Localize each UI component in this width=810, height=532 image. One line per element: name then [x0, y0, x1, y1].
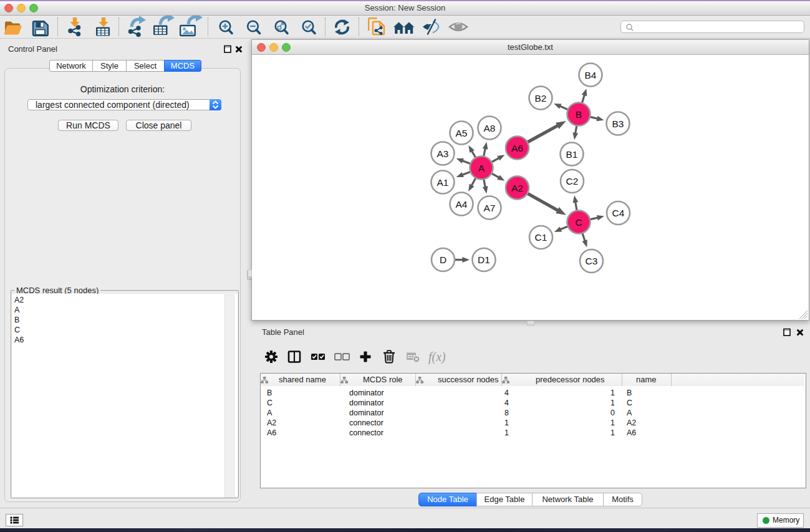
svg-text:A1: A1: [437, 177, 449, 188]
svg-text:B4: B4: [585, 70, 597, 80]
svg-text:A8: A8: [484, 123, 496, 133]
svg-text:D1: D1: [478, 254, 490, 265]
svg-text:C: C: [575, 217, 582, 228]
svg-text:A4: A4: [456, 199, 468, 210]
svg-text:A: A: [478, 163, 485, 173]
svg-text:A2: A2: [511, 183, 523, 193]
svg-text:B3: B3: [612, 118, 624, 129]
svg-text:C4: C4: [612, 208, 625, 218]
svg-text:C1: C1: [535, 232, 547, 243]
svg-text:B2: B2: [535, 93, 547, 104]
svg-text:D: D: [440, 254, 446, 265]
svg-text:C2: C2: [566, 176, 579, 186]
svg-text:C3: C3: [586, 256, 598, 266]
svg-text:B1: B1: [566, 149, 578, 160]
svg-text:A7: A7: [484, 203, 496, 213]
svg-text:A6: A6: [511, 143, 523, 153]
svg-text:A5: A5: [456, 128, 468, 138]
svg-text:A3: A3: [437, 148, 449, 159]
svg-text:B: B: [576, 109, 582, 120]
